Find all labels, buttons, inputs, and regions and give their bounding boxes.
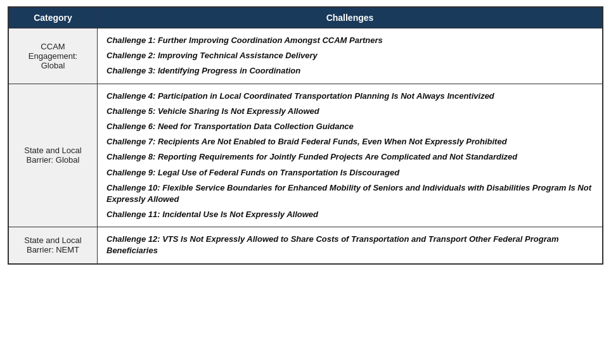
challenge-item: Challenge 7: Recipients Are Not Enabled …: [106, 136, 593, 147]
main-table-container: Category Challenges CCAMEngagement:Globa…: [8, 6, 603, 265]
challenge-item: Challenge 1: Further Improving Coordinat…: [106, 35, 593, 46]
challenge-label: Challenge 11:: [106, 210, 160, 219]
challenge-label: Challenge 9:: [106, 168, 155, 177]
table-header-row: Category Challenges: [9, 8, 603, 28]
challenge-label: Challenge 7:: [106, 137, 155, 146]
challenge-label: Challenge 5:: [106, 106, 155, 116]
challenge-item: Challenge 12: VTS Is Not Expressly Allow…: [106, 234, 593, 256]
challenges-table: Category Challenges CCAMEngagement:Globa…: [8, 7, 603, 264]
challenge-label: Challenge 1:: [106, 35, 155, 45]
challenge-item: Challenge 11: Incidental Use Is Not Expr…: [106, 209, 593, 220]
challenge-label: Challenge 8:: [106, 152, 155, 161]
challenge-text: Vehicle Sharing Is Not Expressly Allowed: [155, 106, 319, 116]
challenge-text: Legal Use of Federal Funds on Transporta…: [155, 168, 399, 177]
challenge-text: Identifying Progress in Coordination: [155, 66, 300, 75]
challenge-item: Challenge 5: Vehicle Sharing Is Not Expr…: [106, 106, 593, 117]
challenge-text: Incidental Use Is Not Expressly Allowed: [160, 210, 318, 219]
header-challenges: Challenges: [98, 8, 603, 28]
challenge-item: Challenge 10: Flexible Service Boundarie…: [106, 182, 593, 205]
challenge-text: Further Improving Coordination Amongst C…: [155, 35, 382, 45]
challenge-text: Recipients Are Not Enabled to Braid Fede…: [155, 137, 506, 146]
challenge-item: Challenge 8: Reporting Requirements for …: [106, 151, 593, 163]
table-row: State and LocalBarrier: NEMTChallenge 12…: [9, 227, 603, 263]
challenge-label: Challenge 4:: [106, 91, 155, 101]
header-category: Category: [9, 8, 98, 28]
challenges-cell-1: Challenge 4: Participation in Local Coor…: [98, 84, 603, 227]
challenge-label: Challenge 10:: [106, 183, 160, 192]
challenge-item: Challenge 2: Improving Technical Assista…: [106, 50, 593, 61]
table-row: CCAMEngagement:GlobalChallenge 1: Furthe…: [9, 28, 603, 84]
challenge-item: Challenge 9: Legal Use of Federal Funds …: [106, 167, 593, 179]
challenge-label: Challenge 2:: [106, 51, 155, 60]
category-cell-2: State and LocalBarrier: NEMT: [9, 227, 98, 263]
table-row: State and LocalBarrier: GlobalChallenge …: [9, 84, 603, 227]
challenge-text: VTS Is Not Expressly Allowed to Share Co…: [106, 234, 558, 255]
challenge-text: Need for Transportation Data Collection …: [155, 122, 354, 131]
challenge-text: Reporting Requirements for Jointly Funde…: [155, 152, 517, 161]
category-cell-1: State and LocalBarrier: Global: [9, 84, 98, 227]
challenge-label: Challenge 6:: [106, 122, 155, 131]
challenge-item: Challenge 6: Need for Transportation Dat…: [106, 121, 593, 132]
challenge-text: Flexible Service Boundaries for Enhanced…: [106, 183, 591, 204]
challenge-text: Improving Technical Assistance Delivery: [155, 51, 318, 60]
challenge-label: Challenge 12:: [106, 234, 160, 244]
challenge-text: Participation in Local Coordinated Trans…: [155, 91, 494, 101]
challenge-label: Challenge 3:: [106, 66, 155, 75]
challenge-item: Challenge 3: Identifying Progress in Coo…: [106, 65, 593, 77]
challenges-cell-0: Challenge 1: Further Improving Coordinat…: [98, 28, 603, 84]
challenges-cell-2: Challenge 12: VTS Is Not Expressly Allow…: [98, 227, 603, 263]
category-cell-0: CCAMEngagement:Global: [9, 28, 98, 84]
challenge-item: Challenge 4: Participation in Local Coor…: [106, 91, 593, 102]
